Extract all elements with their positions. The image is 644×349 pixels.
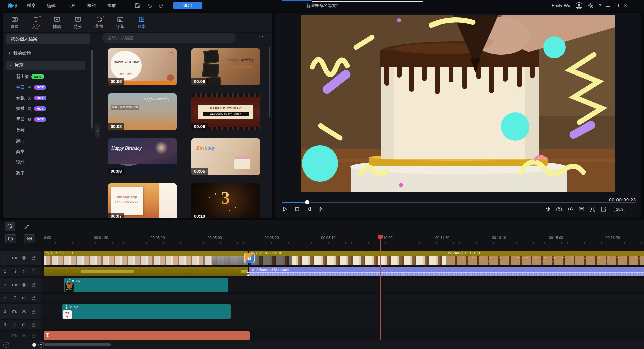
minimize-icon[interactable] bbox=[606, 6, 610, 7]
close-icon[interactable] bbox=[624, 3, 628, 8]
help-icon[interactable]: ? bbox=[599, 3, 601, 8]
sidebar-item-birthday[interactable]: 生日 HOT bbox=[16, 83, 46, 91]
video-clip-2[interactable]: 26121053_HD_01 bbox=[249, 251, 446, 265]
pip-clip-1[interactable]: e_pip bbox=[64, 278, 228, 292]
sidebar-item-new[interactable]: 新上架 NEW bbox=[16, 72, 44, 81]
clip-handle-dot[interactable] bbox=[247, 272, 249, 273]
search-input[interactable] bbox=[102, 33, 236, 43]
sidebar-item-wedding[interactable]: 婚禮 HOT bbox=[16, 105, 46, 113]
template-card-dog-cake[interactable]: Happy Birthday 阿金一歲的 成長記錄! 00:08 bbox=[108, 93, 177, 130]
template-card-film[interactable]: HAPPY BIRTHDAY WELCOME TO MY PARTY 00:06 bbox=[191, 93, 260, 130]
menu-file[interactable]: 檔案 bbox=[27, 3, 36, 9]
sidebar-item-beauty[interactable]: 美妝 bbox=[16, 126, 25, 134]
ruler-ticks[interactable] bbox=[41, 242, 644, 244]
audio-clip-linked[interactable] bbox=[44, 267, 248, 276]
stop-button[interactable] bbox=[294, 206, 300, 212]
save-icon[interactable] bbox=[134, 3, 140, 9]
aspect-ratio-badge[interactable]: 16:9 bbox=[614, 207, 625, 212]
pip-clip-2[interactable]: e_pip bbox=[62, 304, 231, 319]
lock-icon[interactable] bbox=[31, 333, 36, 338]
clip-handle-dot[interactable] bbox=[247, 274, 249, 276]
undo-icon[interactable] bbox=[146, 3, 152, 9]
lock-icon[interactable] bbox=[31, 255, 36, 261]
tab-text[interactable]: 文字 bbox=[25, 13, 46, 32]
eye-icon[interactable] bbox=[21, 309, 27, 314]
template-card-party[interactable]: Happy Birthday 00:08 bbox=[108, 138, 177, 175]
template-card-trip[interactable]: Birthday Trip SAN FRANCISCO 00:07 bbox=[108, 183, 177, 218]
prev-frame-button[interactable] bbox=[306, 206, 312, 212]
text-clip[interactable]: T bbox=[44, 331, 250, 340]
hearts-sticker[interactable]: ♥♥♥ bbox=[63, 310, 72, 319]
eye-icon[interactable] bbox=[21, 255, 27, 261]
speaker-icon[interactable] bbox=[21, 322, 27, 328]
template-card-dog-collage[interactable]: Happy Birthday Angel, my best wishes. 00… bbox=[191, 48, 260, 85]
timeline-horizontal-scrollbar[interactable] bbox=[44, 343, 111, 346]
avatar[interactable] bbox=[575, 2, 583, 9]
transition-icon[interactable]: B bbox=[244, 253, 255, 263]
sidebar-item-education[interactable]: 教學 bbox=[16, 169, 25, 177]
tab-captions[interactable]: 字幕 bbox=[110, 13, 131, 32]
lock-icon[interactable] bbox=[31, 322, 36, 328]
video-preview[interactable] bbox=[301, 15, 615, 192]
sidebar-scrollbar[interactable] bbox=[91, 50, 93, 129]
sidebar-item-bw[interactable]: 黑白 bbox=[16, 137, 25, 145]
snapshot-camera-icon[interactable] bbox=[556, 206, 562, 212]
lock-icon[interactable] bbox=[31, 269, 36, 274]
tab-effects[interactable]: 特效 bbox=[67, 13, 89, 32]
draw-tool-button[interactable] bbox=[21, 222, 32, 231]
tab-media[interactable]: 媒體 bbox=[4, 13, 25, 32]
template-card-countdown[interactable]: 3 00:10 bbox=[191, 183, 260, 218]
zoom-in-button[interactable]: + bbox=[38, 342, 44, 348]
split-clip-button[interactable] bbox=[24, 234, 35, 243]
profile-header[interactable]: 我的個人檔案 bbox=[6, 34, 90, 44]
sidebar-item-business[interactable]: 商業 bbox=[16, 148, 25, 156]
tab-transitions[interactable]: 轉場 bbox=[46, 13, 67, 32]
template-scrollbar[interactable] bbox=[269, 47, 270, 117]
restore-window-icon[interactable] bbox=[615, 4, 619, 7]
menu-edit[interactable]: 編輯 bbox=[47, 3, 56, 9]
play-button[interactable] bbox=[282, 206, 288, 212]
tab-templates[interactable]: 範本 bbox=[131, 13, 152, 32]
settings-gear-icon[interactable] bbox=[588, 3, 594, 9]
menu-play[interactable]: 播放 bbox=[107, 3, 116, 9]
volume-icon[interactable] bbox=[545, 206, 551, 212]
seek-handle[interactable] bbox=[305, 200, 309, 204]
video-clip-3[interactable]: 24078973_HD_01 bbox=[446, 251, 644, 265]
music-clip[interactable]: Akiramenai Monotachi bbox=[249, 267, 644, 276]
next-frame-button[interactable] bbox=[318, 206, 324, 212]
sidebar-item-countdown[interactable]: 倒數 HOT bbox=[16, 94, 46, 102]
eye-icon[interactable] bbox=[21, 282, 27, 288]
lock-icon[interactable] bbox=[31, 282, 36, 288]
lock-icon[interactable] bbox=[31, 309, 36, 314]
track-number: 3 bbox=[0, 310, 10, 314]
speaker-icon[interactable] bbox=[21, 269, 27, 274]
pop-out-icon[interactable] bbox=[600, 206, 607, 212]
menu-view[interactable]: 檢視 bbox=[87, 3, 96, 9]
template-card-girl-cake[interactable]: Birthday 00:06 bbox=[191, 138, 260, 175]
template-card-baby[interactable]: HAPPY BIRTHDAY 我的一歲生日 ♥♥ 00:06 bbox=[108, 48, 177, 85]
redo-icon[interactable] bbox=[158, 3, 164, 9]
add-track-button[interactable] bbox=[5, 234, 16, 243]
render-preview-icon[interactable] bbox=[567, 206, 574, 212]
video-clip-1[interactable]: 16_9_S1_T1_1 bbox=[44, 251, 248, 265]
sidebar-item-graduation[interactable]: 畢業 HOT bbox=[16, 115, 46, 123]
lock-icon[interactable] bbox=[31, 295, 36, 301]
select-tool-button[interactable] bbox=[5, 222, 15, 231]
export-button[interactable]: 匯出 bbox=[173, 2, 202, 9]
zoom-out-button[interactable]: − bbox=[3, 342, 9, 348]
tab-overlay[interactable]: 疊加 bbox=[89, 13, 110, 32]
speaker-icon[interactable] bbox=[21, 295, 27, 301]
more-options-button[interactable]: ⋯ bbox=[258, 34, 264, 40]
sidebar-item-design[interactable]: 設計 bbox=[16, 158, 25, 166]
zoom-fit-icon[interactable] bbox=[589, 206, 596, 212]
progress-strip-active bbox=[282, 0, 312, 1]
playlist-icon[interactable] bbox=[578, 206, 585, 212]
tree-my-media[interactable]: 我的媒體 bbox=[6, 49, 31, 58]
menu-tools[interactable]: 工具 bbox=[67, 3, 76, 9]
eye-icon[interactable] bbox=[21, 333, 27, 338]
bear-sticker[interactable]: so cute bbox=[65, 283, 74, 292]
tree-intros[interactable]: 片頭 bbox=[6, 61, 85, 70]
seek-bar[interactable] bbox=[282, 202, 636, 203]
zoom-slider-handle[interactable] bbox=[32, 343, 36, 347]
collapse-sidebar-handle[interactable]: ‹ bbox=[95, 124, 100, 138]
